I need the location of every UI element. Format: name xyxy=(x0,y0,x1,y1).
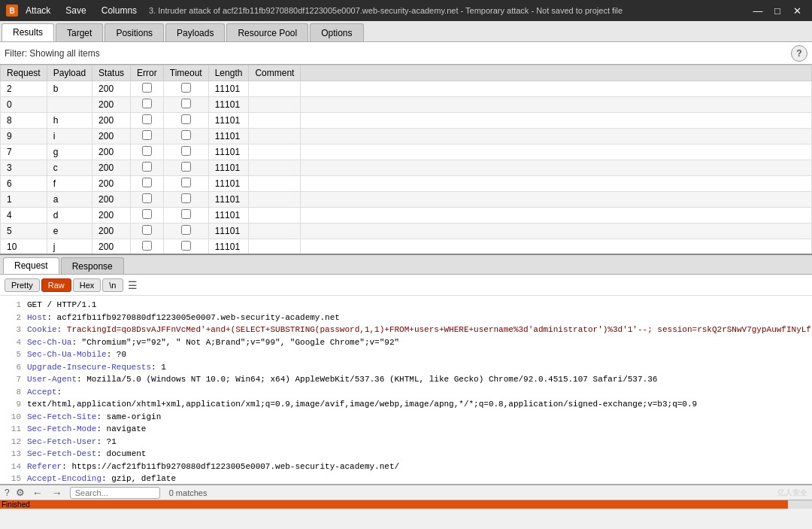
search-input[interactable] xyxy=(70,487,160,499)
subtab-newline[interactable]: \n xyxy=(102,278,123,292)
cell-error xyxy=(131,176,164,192)
cell-payload: h xyxy=(47,113,92,129)
cell-payload: e xyxy=(47,223,92,239)
cell-status: 200 xyxy=(92,97,131,113)
cell-comment xyxy=(249,160,301,176)
cell-length: 11101 xyxy=(208,129,249,144)
cell-payload: b xyxy=(47,81,92,97)
cell-error xyxy=(131,97,164,113)
cell-comment xyxy=(249,192,301,208)
cell-error xyxy=(131,208,164,223)
cell-timeout xyxy=(163,113,208,129)
cell-status: 200 xyxy=(92,239,131,255)
tab-resource-pool[interactable]: Resource Pool xyxy=(226,23,308,41)
subtab-hex[interactable]: Hex xyxy=(73,278,102,292)
filter-bar: Filter: Showing all items ? xyxy=(0,42,812,65)
cell-timeout xyxy=(163,129,208,144)
col-header-error[interactable]: Error xyxy=(131,65,164,81)
cell-length: 11101 xyxy=(208,113,249,129)
cell-length: 11101 xyxy=(208,81,249,97)
watermark-text: 亿人安全 xyxy=(777,488,807,498)
cell-timeout xyxy=(163,208,208,223)
filter-help-button[interactable]: ? xyxy=(791,45,807,62)
status-help-icon[interactable]: ? xyxy=(5,488,10,498)
table-row[interactable]: 9 i 200 11101 xyxy=(1,129,812,144)
table-row[interactable]: 4 d 200 11101 xyxy=(1,208,812,223)
col-header-comment[interactable]: Comment xyxy=(249,65,301,81)
cell-payload: j xyxy=(47,239,92,255)
back-button[interactable]: ← xyxy=(31,487,44,499)
results-table-container: Request Payload Status Error Timeout Len… xyxy=(0,65,812,255)
cell-comment xyxy=(249,144,301,160)
cell-length: 11101 xyxy=(208,208,249,223)
menu-attack[interactable]: Attack xyxy=(23,4,53,17)
request-response-panel: Request Response Pretty Raw Hex \n ☰ 1GE… xyxy=(0,255,812,485)
tab-results[interactable]: Results xyxy=(2,23,54,41)
tab-positions[interactable]: Positions xyxy=(105,23,164,41)
app-icon: B xyxy=(6,5,18,17)
table-row[interactable]: 0 200 11101 xyxy=(1,97,812,113)
subtab-pretty[interactable]: Pretty xyxy=(5,278,40,292)
cell-comment xyxy=(249,176,301,192)
tab-request[interactable]: Request xyxy=(3,257,59,274)
table-row[interactable]: 7 g 200 11101 xyxy=(1,144,812,160)
cell-request: 4 xyxy=(1,208,47,223)
title-bar: B Attack Save Columns 3. Intruder attack… xyxy=(0,0,812,21)
menu-columns[interactable]: Columns xyxy=(98,4,140,17)
table-row[interactable]: 5 e 200 11101 xyxy=(1,223,812,239)
cell-payload: g xyxy=(47,144,92,160)
maximize-button[interactable]: □ xyxy=(768,4,786,17)
cell-request: 7 xyxy=(1,144,47,160)
cell-length: 11101 xyxy=(208,97,249,113)
table-row[interactable]: 10 j 200 11101 xyxy=(1,239,812,255)
col-header-timeout[interactable]: Timeout xyxy=(163,65,208,81)
subtab-raw[interactable]: Raw xyxy=(41,278,71,292)
cell-request: 10 xyxy=(1,239,47,255)
request-content: 1GET / HTTP/1.1 2Host: acf21fb11fb927088… xyxy=(0,296,812,484)
cell-payload: d xyxy=(47,208,92,223)
status-gear-icon[interactable]: ⚙ xyxy=(16,487,25,498)
cell-request: 8 xyxy=(1,113,47,129)
cell-status: 200 xyxy=(92,113,131,129)
matches-count: 0 matches xyxy=(169,488,208,497)
window-title: 3. Intruder attack of acf21fb11fb9270880… xyxy=(149,6,749,15)
close-button[interactable]: ✕ xyxy=(788,4,806,17)
col-header-length[interactable]: Length xyxy=(208,65,249,81)
tab-response[interactable]: Response xyxy=(61,257,124,274)
menu-save[interactable]: Save xyxy=(62,4,89,17)
status-right-area: 亿人安全 xyxy=(777,488,807,498)
col-header-status[interactable]: Status xyxy=(92,65,131,81)
table-row[interactable]: 3 c 200 11101 xyxy=(1,160,812,176)
tab-target[interactable]: Target xyxy=(56,23,103,41)
cell-timeout xyxy=(163,160,208,176)
minimize-button[interactable]: — xyxy=(749,4,767,17)
cell-payload: f xyxy=(47,176,92,192)
cell-status: 200 xyxy=(92,208,131,223)
cell-comment xyxy=(249,239,301,255)
cell-payload: a xyxy=(47,192,92,208)
sub-tab-menu-icon[interactable]: ☰ xyxy=(128,279,138,291)
cell-error xyxy=(131,144,164,160)
cell-error xyxy=(131,81,164,97)
cell-timeout xyxy=(163,97,208,113)
table-row[interactable]: 6 f 200 11101 xyxy=(1,176,812,192)
cell-comment xyxy=(249,129,301,144)
menu-bar: Attack Save Columns xyxy=(23,4,140,17)
req-resp-tab-bar: Request Response xyxy=(0,255,812,275)
table-row[interactable]: 8 h 200 11101 xyxy=(1,113,812,129)
cell-error xyxy=(131,160,164,176)
main-tab-bar: Results Target Positions Payloads Resour… xyxy=(0,21,812,42)
status-bar: ? ⚙ ← → 0 matches 亿人安全 xyxy=(0,485,812,500)
tab-payloads[interactable]: Payloads xyxy=(165,23,225,41)
col-header-payload[interactable]: Payload xyxy=(47,65,92,81)
table-row[interactable]: 1 a 200 11101 xyxy=(1,192,812,208)
cell-request: 3 xyxy=(1,160,47,176)
progress-bar xyxy=(0,500,788,509)
table-row[interactable]: 2 b 200 11101 xyxy=(1,81,812,97)
forward-button[interactable]: → xyxy=(50,487,64,499)
cell-timeout xyxy=(163,81,208,97)
col-header-request[interactable]: Request xyxy=(1,65,47,81)
filter-text: Filter: Showing all items xyxy=(5,48,791,59)
tab-options[interactable]: Options xyxy=(310,23,363,41)
cell-status: 200 xyxy=(92,129,131,144)
